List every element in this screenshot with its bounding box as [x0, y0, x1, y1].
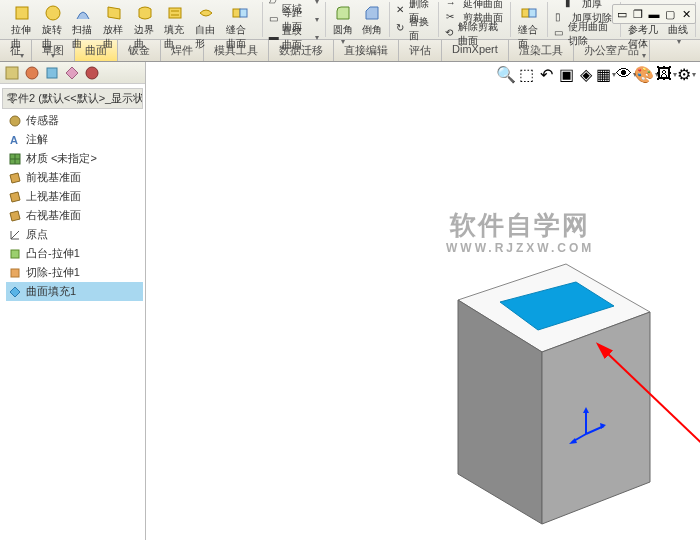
tree-item[interactable]: 右视基准面	[6, 206, 143, 225]
filled-surface-button[interactable]: 填充曲	[161, 2, 189, 61]
edit-appearance-icon[interactable]: 🎨▾	[638, 66, 654, 82]
chamfer-icon	[362, 3, 382, 23]
tree-item-label: 上视基准面	[26, 189, 81, 204]
config-tab-icon[interactable]	[44, 65, 60, 81]
svg-rect-5	[522, 9, 529, 17]
section-view-icon[interactable]: ▣	[558, 66, 574, 82]
knit-surface-icon	[230, 3, 250, 23]
tree-item[interactable]: 曲面填充1	[6, 282, 143, 301]
label: 拉伸曲	[11, 23, 33, 51]
doc-cascade-icon[interactable]: ❐	[631, 7, 645, 21]
replace-face-button[interactable]: ↻替换面	[394, 20, 434, 38]
tree-item-label: 凸台-拉伸1	[26, 246, 80, 261]
tree-item-label: 切除-拉伸1	[26, 265, 80, 280]
tree-item-label: 传感器	[26, 113, 59, 128]
freeform-button[interactable]: 自由形	[192, 2, 220, 61]
extruded-surface-button[interactable]: 拉伸曲▾	[8, 2, 36, 61]
label: 缝合曲面	[226, 23, 255, 51]
svg-point-8	[26, 67, 38, 79]
doc-close-icon[interactable]: ▬	[647, 7, 661, 21]
knit-group2: 缝合面	[511, 2, 548, 37]
graphics-viewport[interactable]: 🔍 ⬚ ↶ ▣ ◈ ▦▾ 👁▾ 🎨▾ 🖼▾ ⚙▾ 软件自学网 WWW.RJZXW…	[146, 62, 700, 540]
display-style-icon[interactable]: ▦▾	[598, 66, 614, 82]
tree-item[interactable]: 上视基准面	[6, 187, 143, 206]
tab-dimxpert[interactable]: DimXpert	[442, 40, 509, 61]
doc-x-icon[interactable]: ✕	[679, 7, 693, 21]
tree-item[interactable]: A注解	[6, 130, 143, 149]
extend-surface-button[interactable]: →延伸曲面	[444, 0, 505, 11]
planar-icon: ▱	[269, 0, 279, 9]
label: 圆角	[333, 23, 353, 37]
lofted-surface-button[interactable]: 放样曲	[100, 2, 128, 61]
svg-rect-6	[529, 9, 536, 17]
tree-item[interactable]: 前视基准面	[6, 168, 143, 187]
prev-view-icon[interactable]: ↶	[538, 66, 554, 82]
tree-item-label: 材质 <未指定>	[26, 151, 97, 166]
svg-rect-0	[16, 7, 28, 19]
tab-datamigration[interactable]: 数据迁移	[269, 40, 334, 61]
zoom-fit-icon[interactable]: 🔍	[498, 66, 514, 82]
fill-icon	[8, 285, 22, 299]
label: 边界曲	[134, 23, 156, 51]
knit-icon	[519, 3, 539, 23]
boundary-surface-button[interactable]: 边界曲	[131, 2, 159, 61]
display-tab-icon[interactable]	[84, 65, 100, 81]
label: 旋转曲	[42, 23, 64, 51]
thicken-button[interactable]: ▮加厚	[563, 0, 604, 11]
feature-tree-tab-icon[interactable]	[4, 65, 20, 81]
surface-group: 拉伸曲▾ 旋转曲▾ 扫描曲 放样曲 边界曲 填充曲 自由形 缝合曲面	[4, 2, 263, 37]
label: 放样曲	[103, 23, 125, 51]
tree-item[interactable]: 传感器	[6, 111, 143, 130]
trim-group: →延伸曲面 ✂剪裁曲面 ⟲解除剪裁曲面	[439, 2, 511, 37]
view-settings-icon[interactable]: ⚙▾	[678, 66, 694, 82]
fillet-button[interactable]: 圆角▾	[330, 2, 356, 47]
tree-item-label: 原点	[26, 227, 48, 242]
dimxpert-tab-icon[interactable]	[64, 65, 80, 81]
watermark-main: 软件自学网	[446, 208, 594, 243]
cut-surf-icon: ▭	[554, 27, 565, 41]
label: 曲线	[668, 23, 688, 37]
main-area: 零件2 (默认<<默认>_显示状态 传感器A注解材质 <未指定>前视基准面上视基…	[0, 62, 700, 540]
cut-icon	[8, 266, 22, 280]
revolved-surface-icon	[43, 3, 63, 23]
tree-item[interactable]: 凸台-拉伸1	[6, 244, 143, 263]
orientation-triad	[566, 404, 606, 444]
model-cube[interactable]	[436, 242, 672, 532]
tree-list: 传感器A注解材质 <未指定>前视基准面上视基准面右视基准面原点凸台-拉伸1切除-…	[2, 111, 143, 301]
tree-item[interactable]: 材质 <未指定>	[6, 149, 143, 168]
svg-rect-2	[169, 8, 181, 18]
planar-group: ▱平面区域▾ ▭等距曲面▾ ▬直纹曲面▾	[263, 2, 326, 37]
tree-item[interactable]: 切除-拉伸1	[6, 263, 143, 282]
label: 缝合面	[518, 23, 540, 51]
boundary-surface-icon	[135, 3, 155, 23]
thicken-icon: ▮	[565, 0, 579, 11]
swept-surface-button[interactable]: 扫描曲	[69, 2, 97, 61]
zoom-area-icon[interactable]: ⬚	[518, 66, 534, 82]
tree-item-label: 前视基准面	[26, 170, 81, 185]
face-group: ✕删除面 ↻替换面	[390, 2, 439, 37]
doc-max-icon[interactable]: ▢	[663, 7, 677, 21]
extend-icon: →	[446, 0, 460, 11]
tree-item-label: 曲面填充1	[26, 284, 76, 299]
view-orientation-icon[interactable]: ◈	[578, 66, 594, 82]
apply-scene-icon[interactable]: 🖼▾	[658, 66, 674, 82]
doc-tile-icon[interactable]: ▭	[615, 7, 629, 21]
tab-evaluate[interactable]: 评估	[399, 40, 442, 61]
fillet-icon	[333, 3, 353, 23]
filled-surface-icon	[165, 3, 185, 23]
property-tab-icon[interactable]	[24, 65, 40, 81]
annot-icon: A	[8, 133, 22, 147]
hide-show-icon[interactable]: 👁▾	[618, 66, 634, 82]
label: 自由形	[195, 23, 217, 51]
svg-rect-20	[11, 269, 19, 277]
knit-surface-button[interactable]: 缝合曲面	[223, 2, 258, 61]
svg-rect-3	[233, 9, 240, 17]
svg-line-16	[11, 231, 19, 239]
tree-root-title[interactable]: 零件2 (默认<<默认>_显示状态	[2, 88, 143, 109]
ribbon-toolbar: 拉伸曲▾ 旋转曲▾ 扫描曲 放样曲 边界曲 填充曲 自由形 缝合曲面 ▱平面区域…	[0, 0, 700, 40]
chamfer-button[interactable]: 倒角	[359, 2, 385, 47]
tree-item[interactable]: 原点	[6, 225, 143, 244]
revolved-surface-button[interactable]: 旋转曲▾	[39, 2, 67, 61]
plane-icon	[8, 190, 22, 204]
knit-button[interactable]: 缝合面	[515, 2, 543, 52]
